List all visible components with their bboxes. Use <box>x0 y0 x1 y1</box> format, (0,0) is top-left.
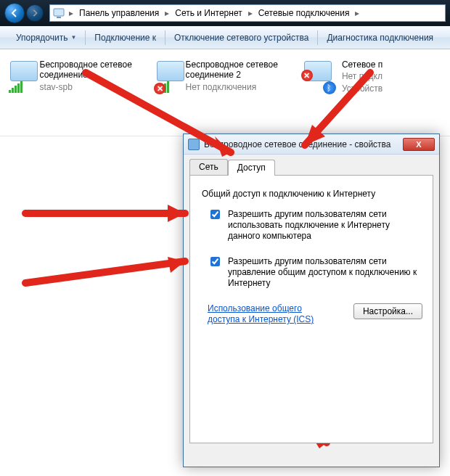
allow-control-checkbox[interactable] <box>210 257 220 266</box>
breadcrumb[interactable]: ▸ Панель управления ▸ Сеть и Интернет ▸ … <box>49 4 446 22</box>
breadcrumb-sep: ▸ <box>247 8 254 18</box>
bluetooth-network-icon: ✕ ᛒ <box>301 60 336 94</box>
svg-rect-0 <box>54 9 64 16</box>
connection-sub: stav-spb <box>40 82 149 92</box>
toolbar-label: Подключение к <box>94 33 156 43</box>
tab-sharing[interactable]: Доступ <box>228 160 275 176</box>
address-bar: ▸ Панель управления ▸ Сеть и Интернет ▸ … <box>0 0 450 26</box>
toolbar-label: Диагностика подключения <box>327 33 433 43</box>
dialog-title: Беспроводное сетевое соединение - свойст… <box>204 139 391 149</box>
toolbar-disable[interactable]: Отключение сетевого устройства <box>165 26 317 49</box>
connection-name: Сетевое п <box>342 60 382 70</box>
connection-sub: Нет подключения <box>186 82 295 92</box>
dialog-titlebar[interactable]: Беспроводное сетевое соединение - свойст… <box>184 134 439 155</box>
connection-name: Беспроводное сетевое соединение 2 <box>186 60 295 81</box>
connection-item[interactable]: ✕ ᛒ Сетевое п Нет подкл Устройств <box>298 57 445 97</box>
connection-item[interactable]: ✕ Беспроводное сетевое соединение 2 Нет … <box>151 57 298 97</box>
toolbar: Упорядочить ▼ Подключение к Отключение с… <box>0 26 450 49</box>
settings-button[interactable]: Настройка... <box>353 303 422 319</box>
breadcrumb-seg[interactable]: Сеть и Интернет <box>171 5 246 21</box>
connection-sub: Нет подкл <box>342 71 382 81</box>
tabs: Сеть Доступ <box>189 159 433 175</box>
connection-sub: Устройств <box>342 83 382 94</box>
tab-panel-sharing: Общий доступ к подключению к Интернету Р… <box>189 175 433 443</box>
breadcrumb-seg[interactable]: Панель управления <box>75 5 163 21</box>
wifi-icon: ✕ <box>154 60 179 94</box>
checkbox-label: Разрешить другим пользователям сети упра… <box>228 256 422 289</box>
checkbox-label: Разрешить другим пользователям сети испо… <box>228 209 422 242</box>
svg-rect-1 <box>57 17 61 18</box>
dialog-icon <box>188 139 200 150</box>
close-icon: X <box>416 140 421 149</box>
connections-area: Беспроводное сетевое соединение stav-spb… <box>0 49 450 136</box>
allow-share-checkbox[interactable] <box>210 210 220 219</box>
wifi-icon <box>7 60 34 94</box>
close-button[interactable]: X <box>403 138 435 151</box>
checkbox-row-1: Разрешить другим пользователям сети испо… <box>208 209 422 242</box>
breadcrumb-sep: ▸ <box>353 8 361 18</box>
properties-dialog: Беспроводное сетевое соединение - свойст… <box>183 134 440 467</box>
connection-item[interactable]: Беспроводное сетевое соединение stav-spb <box>4 57 151 97</box>
control-panel-icon <box>53 7 65 19</box>
tab-network[interactable]: Сеть <box>189 159 228 175</box>
chevron-down-icon: ▼ <box>70 34 76 41</box>
bluetooth-icon: ᛒ <box>323 81 336 94</box>
checkbox-row-2: Разрешить другим пользователям сети упра… <box>208 256 422 289</box>
connection-name: Беспроводное сетевое соединение <box>40 60 149 81</box>
group-title: Общий доступ к подключению к Интернету <box>202 189 422 199</box>
nav-back-button[interactable] <box>4 3 25 23</box>
nav-forward-button[interactable] <box>26 4 44 22</box>
breadcrumb-seg[interactable]: Сетевые подключения <box>254 5 354 21</box>
ics-help-link[interactable]: Использование общего доступа к Интернету… <box>208 303 331 325</box>
toolbar-label: Упорядочить <box>16 33 68 43</box>
toolbar-organize[interactable]: Упорядочить ▼ <box>7 26 85 49</box>
toolbar-connect[interactable]: Подключение к <box>86 26 165 49</box>
breadcrumb-sep: ▸ <box>163 8 171 18</box>
toolbar-diagnose[interactable]: Диагностика подключения <box>318 26 442 49</box>
error-x-icon: ✕ <box>301 70 313 81</box>
breadcrumb-sep: ▸ <box>68 8 75 18</box>
toolbar-label: Отключение сетевого устройства <box>174 33 308 43</box>
